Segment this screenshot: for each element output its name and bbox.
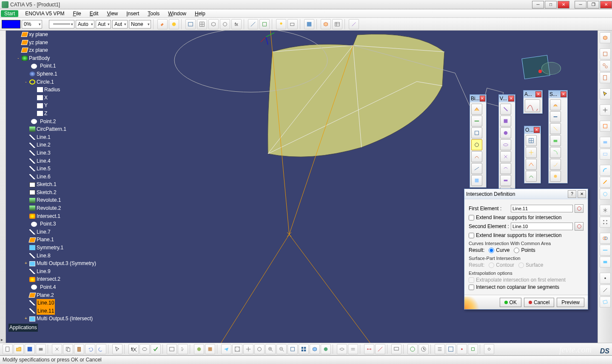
palette-v[interactable]: V...✕ [498,94,515,200]
bt-fitall-icon[interactable] [232,344,242,354]
tool-cube-icon[interactable] [321,19,331,29]
rt-thick-icon[interactable] [600,257,611,268]
tool-light-icon[interactable] [276,19,286,29]
extend1-checkbox[interactable] [469,215,474,220]
tool-box-icon[interactable] [208,19,219,29]
rt-pattern-icon[interactable] [600,217,611,228]
palette-btn[interactable] [526,159,537,170]
menu-start[interactable]: Start [1,10,18,17]
rt-pocket-icon[interactable] [600,149,611,160]
palette-btn[interactable] [471,163,482,174]
palette-a[interactable]: A...✕ [523,90,543,114]
ok-button[interactable]: OK [500,298,521,307]
tree-node[interactable]: Line.5 [9,165,119,173]
bt-snap2-icon[interactable] [457,344,467,354]
intersection-dialog[interactable]: Intersection Definition ? ✕ First Elemen… [464,189,588,310]
bt-list-icon[interactable] [435,344,445,354]
palette-btn[interactable] [471,116,482,127]
palette-btn[interactable] [550,123,561,134]
palette-btn[interactable] [550,135,561,146]
tree-node[interactable]: -Circle.1 [9,78,119,86]
second-element-picker-icon[interactable] [575,222,584,231]
tree-node[interactable]: Plane.2 [9,291,119,299]
palette-btn[interactable] [550,147,561,158]
palette-btn[interactable] [500,151,511,162]
tree-node[interactable]: Line.9 [9,268,119,276]
rt-line-icon[interactable] [600,285,611,296]
rt-chamfer-icon[interactable] [600,177,611,188]
bt-swap-icon[interactable] [348,344,358,354]
tree-node[interactable]: Sketch.1 [9,181,119,189]
doc-minimize-button[interactable]: ─ [575,1,586,8]
palette-btn[interactable] [550,111,561,122]
palette-btn[interactable] [550,171,561,182]
bt-options-icon[interactable] [484,344,494,354]
palette-btn[interactable] [526,135,537,146]
palette-close-icon[interactable]: ✕ [508,96,514,102]
bt-fx-icon[interactable]: f(x) [128,344,139,354]
auto-dropdown-2[interactable]: Aut [96,20,111,28]
palette-close-icon[interactable]: ✕ [535,91,541,97]
palette-btn[interactable] [550,159,561,170]
tree-node[interactable]: Revolute.1 [9,196,119,204]
rt-point-icon[interactable] [600,273,611,284]
doc-restore-button[interactable]: ❐ [587,1,599,8]
tree-node[interactable]: X [9,94,119,102]
rt-fillet-icon[interactable] [600,165,611,176]
tree-node[interactable]: Line.7 [9,228,119,236]
tree-node[interactable]: Symmetry.1 [9,244,119,252]
menu-view[interactable]: View [102,10,122,17]
bt-open-icon[interactable] [14,344,24,354]
tree-node[interactable]: Y [9,102,119,110]
tree-node[interactable]: Line.2 [9,141,119,149]
noncoplanar-checkbox[interactable] [469,285,474,290]
cancel-button[interactable]: Cancel [524,298,554,307]
rt-boolean-icon[interactable] [600,233,611,244]
doc-close-button[interactable]: ✕ [600,1,612,8]
compass-widget[interactable] [540,56,565,82]
tree-node[interactable]: Point.4 [9,283,119,291]
tool-camera-icon[interactable] [287,19,298,29]
preview-button[interactable]: Preview [557,298,584,307]
tree-node[interactable]: Line.1 [9,133,119,141]
bt-zoomin-icon[interactable] [265,344,276,354]
palette-o[interactable]: O...✕ [524,126,541,183]
tree-node[interactable]: yz plane [9,39,119,47]
bt-clock-icon[interactable] [418,344,429,354]
none-dropdown[interactable]: None [129,20,151,28]
bt-print-icon[interactable] [36,344,46,354]
second-element-input[interactable] [511,223,573,230]
bt-annotation-icon[interactable] [391,344,401,354]
tree-node[interactable]: Line.3 [9,149,119,157]
tool-analysis-icon[interactable] [259,19,270,29]
auto-dropdown-3[interactable]: Aut [112,20,128,28]
palette-btn[interactable] [500,163,511,174]
rt-mirror-icon[interactable] [600,205,611,216]
menu-window[interactable]: Window [164,10,191,17]
menu-enovia[interactable]: ENOVIA V5 VPM [21,10,68,17]
bt-shading-icon[interactable] [321,344,331,354]
dialog-help-button[interactable]: ? [568,190,576,198]
bt-normal-icon[interactable] [287,344,298,354]
bt-tree-icon[interactable] [178,344,188,354]
tool-sphere-icon[interactable] [169,19,179,29]
maximize-button[interactable]: □ [545,1,557,8]
menu-file[interactable]: File [68,10,85,17]
color-swatch[interactable] [2,20,20,28]
bt-check-icon[interactable] [151,344,161,354]
bt-new-icon[interactable] [3,344,13,354]
tree-node[interactable]: -PartBody [9,54,119,62]
bt-texture-icon[interactable] [205,344,215,354]
bt-zoomout-icon[interactable] [276,344,287,354]
tree-node[interactable]: Sphere.1 [9,70,119,78]
palette-btn[interactable] [471,139,482,150]
tree-node[interactable]: Line.11 [9,307,119,315]
palette-btn[interactable] [526,171,537,182]
tool-render-icon[interactable] [304,19,314,29]
rt-pointer-icon[interactable] [600,88,611,99]
bt-paste-icon[interactable] [74,344,84,354]
bt-knowledge-icon[interactable] [139,344,150,354]
tool-measure-icon[interactable] [248,19,258,29]
palette-btn[interactable] [550,99,561,110]
palette-bi[interactable]: Bi...✕ [470,94,487,188]
